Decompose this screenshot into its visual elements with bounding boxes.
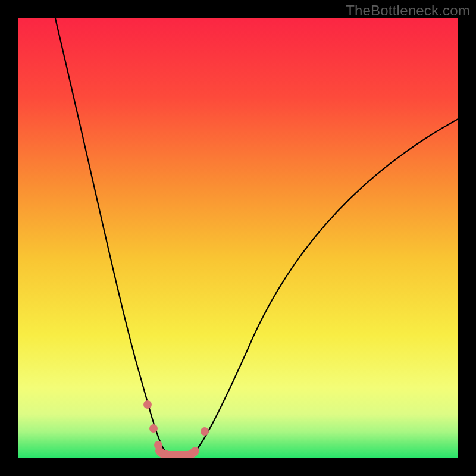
gradient-background — [18, 18, 458, 458]
curve-marker — [143, 400, 152, 409]
curve-marker — [190, 448, 198, 456]
bottleneck-plot — [18, 18, 458, 458]
chart-frame: TheBottleneck.com — [0, 0, 476, 476]
curve-marker — [154, 441, 162, 449]
curve-marker — [149, 424, 158, 433]
curve-marker — [161, 450, 170, 458]
watermark-text: TheBottleneck.com — [346, 2, 470, 19]
curve-marker — [201, 427, 209, 436]
